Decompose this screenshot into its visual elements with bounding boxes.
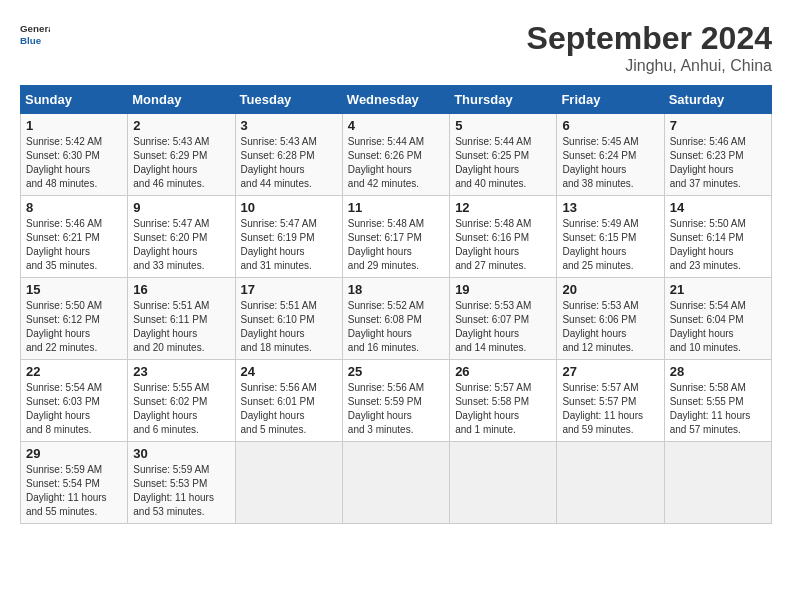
day-25: 25 Sunrise: 5:56 AMSunset: 5:59 PMDaylig… [342, 360, 449, 442]
logo-icon: General Blue [20, 20, 50, 50]
title-block: September 2024 Jinghu, Anhui, China [527, 20, 772, 75]
month-title: September 2024 [527, 20, 772, 57]
day-18: 18 Sunrise: 5:52 AMSunset: 6:08 PMDaylig… [342, 278, 449, 360]
day-19: 19 Sunrise: 5:53 AMSunset: 6:07 PMDaylig… [450, 278, 557, 360]
day-15: 15 Sunrise: 5:50 AMSunset: 6:12 PMDaylig… [21, 278, 128, 360]
day-1: 1 Sunrise: 5:42 AMSunset: 6:30 PMDayligh… [21, 114, 128, 196]
day-26: 26 Sunrise: 5:57 AMSunset: 5:58 PMDaylig… [450, 360, 557, 442]
empty-cell-2 [342, 442, 449, 524]
empty-cell-4 [557, 442, 664, 524]
header-thursday: Thursday [450, 86, 557, 114]
calendar-table: Sunday Monday Tuesday Wednesday Thursday… [20, 85, 772, 524]
calendar-header-row: Sunday Monday Tuesday Wednesday Thursday… [21, 86, 772, 114]
week-row-4: 22 Sunrise: 5:54 AMSunset: 6:03 PMDaylig… [21, 360, 772, 442]
day-9: 9 Sunrise: 5:47 AMSunset: 6:20 PMDayligh… [128, 196, 235, 278]
header-friday: Friday [557, 86, 664, 114]
header-wednesday: Wednesday [342, 86, 449, 114]
day-16: 16 Sunrise: 5:51 AMSunset: 6:11 PMDaylig… [128, 278, 235, 360]
day-7: 7 Sunrise: 5:46 AMSunset: 6:23 PMDayligh… [664, 114, 771, 196]
day-20: 20 Sunrise: 5:53 AMSunset: 6:06 PMDaylig… [557, 278, 664, 360]
header-saturday: Saturday [664, 86, 771, 114]
svg-text:General: General [20, 23, 50, 34]
day-5: 5 Sunrise: 5:44 AMSunset: 6:25 PMDayligh… [450, 114, 557, 196]
day-4: 4 Sunrise: 5:44 AMSunset: 6:26 PMDayligh… [342, 114, 449, 196]
day-23: 23 Sunrise: 5:55 AMSunset: 6:02 PMDaylig… [128, 360, 235, 442]
empty-cell-5 [664, 442, 771, 524]
day-24: 24 Sunrise: 5:56 AMSunset: 6:01 PMDaylig… [235, 360, 342, 442]
header-monday: Monday [128, 86, 235, 114]
day-13: 13 Sunrise: 5:49 AMSunset: 6:15 PMDaylig… [557, 196, 664, 278]
day-2: 2 Sunrise: 5:43 AMSunset: 6:29 PMDayligh… [128, 114, 235, 196]
header-tuesday: Tuesday [235, 86, 342, 114]
day-6: 6 Sunrise: 5:45 AMSunset: 6:24 PMDayligh… [557, 114, 664, 196]
day-14: 14 Sunrise: 5:50 AMSunset: 6:14 PMDaylig… [664, 196, 771, 278]
day-22: 22 Sunrise: 5:54 AMSunset: 6:03 PMDaylig… [21, 360, 128, 442]
day-27: 27 Sunrise: 5:57 AMSunset: 5:57 PMDaylig… [557, 360, 664, 442]
day-29: 29 Sunrise: 5:59 AMSunset: 5:54 PMDaylig… [21, 442, 128, 524]
empty-cell-1 [235, 442, 342, 524]
svg-text:Blue: Blue [20, 35, 42, 46]
day-30: 30 Sunrise: 5:59 AMSunset: 5:53 PMDaylig… [128, 442, 235, 524]
week-row-1: 1 Sunrise: 5:42 AMSunset: 6:30 PMDayligh… [21, 114, 772, 196]
day-28: 28 Sunrise: 5:58 AMSunset: 5:55 PMDaylig… [664, 360, 771, 442]
location: Jinghu, Anhui, China [527, 57, 772, 75]
day-3: 3 Sunrise: 5:43 AMSunset: 6:28 PMDayligh… [235, 114, 342, 196]
week-row-2: 8 Sunrise: 5:46 AMSunset: 6:21 PMDayligh… [21, 196, 772, 278]
week-row-5: 29 Sunrise: 5:59 AMSunset: 5:54 PMDaylig… [21, 442, 772, 524]
day-21: 21 Sunrise: 5:54 AMSunset: 6:04 PMDaylig… [664, 278, 771, 360]
day-10: 10 Sunrise: 5:47 AMSunset: 6:19 PMDaylig… [235, 196, 342, 278]
header-sunday: Sunday [21, 86, 128, 114]
day-12: 12 Sunrise: 5:48 AMSunset: 6:16 PMDaylig… [450, 196, 557, 278]
week-row-3: 15 Sunrise: 5:50 AMSunset: 6:12 PMDaylig… [21, 278, 772, 360]
logo: General Blue [20, 20, 50, 50]
day-17: 17 Sunrise: 5:51 AMSunset: 6:10 PMDaylig… [235, 278, 342, 360]
day-8: 8 Sunrise: 5:46 AMSunset: 6:21 PMDayligh… [21, 196, 128, 278]
page-header: General Blue September 2024 Jinghu, Anhu… [20, 20, 772, 75]
day-11: 11 Sunrise: 5:48 AMSunset: 6:17 PMDaylig… [342, 196, 449, 278]
empty-cell-3 [450, 442, 557, 524]
